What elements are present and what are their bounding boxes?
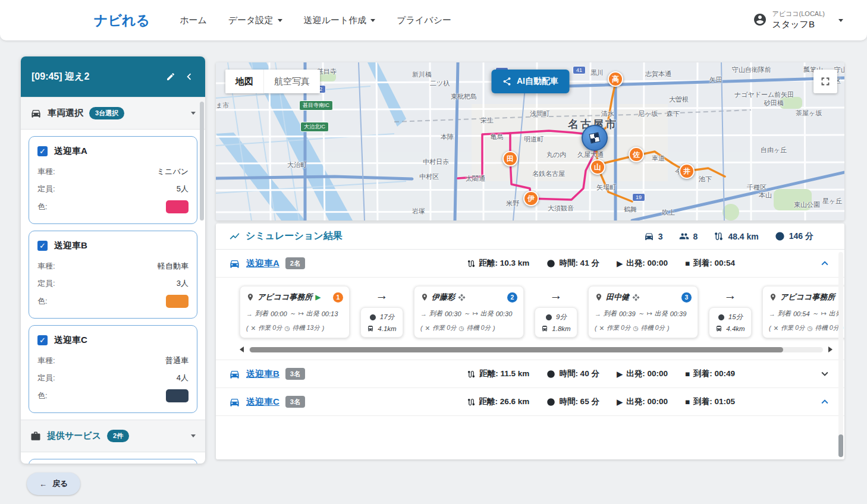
stop-order-badge: 3 [681,292,692,303]
vehicle-arrive: 到着: 01:05 [693,396,735,407]
tilde-separator: ～ [812,309,819,318]
clock-icon [718,314,725,321]
checkered-flag-icon [589,133,601,144]
main-content: ま市甚目寺甚目寺南IC大治北IC302224119新川橋二ツ杁東枇杷島西区黒川志… [216,56,844,459]
stat-duration-value: 146 分 [789,231,813,242]
map-type-map-button[interactable]: 地図 [225,70,263,93]
vehicle-checkbox[interactable]: ✓ [37,241,48,251]
nav-item-home[interactable]: ホーム [180,15,207,26]
vehicle-color-label: 色: [37,201,48,212]
vehicle-capacity-value: 4人 [177,373,189,383]
arrive-label: 到着 [429,309,442,318]
back-button[interactable]: ← 戻る [27,472,80,495]
map-stop-marker[interactable]: 佐 [629,147,644,162]
clock-icon [369,314,376,321]
arrive-icon: → [246,310,253,317]
expand-row-button[interactable] [818,367,831,380]
fullscreen-icon [819,75,832,88]
arrive-time: 00:00 [271,310,287,317]
stop-icon: ■ [685,370,690,379]
nav-item-label: プライバシー [397,15,451,26]
service-item-card[interactable]: 全日デイ [29,459,197,464]
scroll-right-button[interactable] [828,346,833,352]
ai-auto-dispatch-button[interactable]: AI自動配車 [491,70,569,93]
location-pin-icon [420,293,429,301]
arrive-time: 00:39 [619,310,636,317]
map-stop-marker[interactable]: 田 [502,151,518,166]
collapse-row-button[interactable] [818,395,831,408]
vehicle-type-label: 車種: [37,355,55,366]
collapse-sidebar-icon[interactable] [183,70,196,83]
sidebar-scrollbar-thumb[interactable] [200,102,204,220]
route-sidebar: [09:45] 迎え2 車両選択 3台選択 ✓ 送迎車A 車種:ミニバン 定員:… [21,56,205,464]
vehicle-section-header[interactable]: 車両選択 3台選択 [21,97,205,130]
edit-icon[interactable] [166,72,175,81]
wait-icon: ◷ [459,325,464,332]
bus-icon [367,325,374,332]
scrollbar-thumb[interactable] [838,434,843,457]
vehicle-card-b[interactable]: ✓ 送迎車B 車種:軽自動車 定員:3人 色: [29,231,197,319]
wait-icon: ◷ [285,325,290,332]
timeline-stop-card-1[interactable]: アビココ事務所 ▶ 1 → 到着 00:00 ～ ↦ 出発 00:13 [240,286,350,338]
map-canvas[interactable]: ま市甚目寺甚目寺南IC大治北IC302224119新川橋二ツ杁東枇杷島西区黒川志… [216,62,844,220]
vehicle-result-row-c[interactable]: 送迎車C 3名 距離: 26.6 km 時間: 65 分 ▶出発: 00:00 … [216,388,844,416]
map-stop-marker[interactable]: 井 [679,163,695,179]
chevron-down-icon[interactable] [191,112,196,115]
vehicle-checkbox[interactable]: ✓ [37,335,48,345]
nav-item-privacy[interactable]: プライバシー [397,15,451,26]
top-navbar: ナビれる ホーム データ設定 送迎ルート作成 プライバシー アビココ(LOCAL… [0,0,867,40]
map-destination-marker[interactable] [582,125,608,151]
map-stop-marker[interactable]: 山 [590,159,605,175]
nav-item-label: データ設定 [228,15,274,26]
vehicle-a-timeline: アビココ事務所 ▶ 1 → 到着 00:00 ～ ↦ 出発 00:13 [216,278,844,360]
map-stop-marker[interactable]: 伊 [523,191,539,206]
route-title: [09:45] 迎え2 [32,71,159,83]
vehicle-result-row-a[interactable]: 送迎車A 2名 距離: 10.3 km 時間: 41 分 ▶出発: 00:00 … [216,250,844,278]
work-icon: ✕ [251,325,256,332]
nav-item-route-create[interactable]: 送迎ルート作成 [304,15,376,26]
vehicle-result-name[interactable]: 送迎車A [246,258,279,269]
vehicle-result-row-b[interactable]: 送迎車B 3名 距離: 11.5 km 時間: 40 分 ▶出発: 00:00 … [216,360,844,388]
car-icon [644,231,654,241]
timeline-stop-card-3[interactable]: 田中健 3 → 到着 00:39 ～ ↦ 出発 00:39 [588,286,698,338]
vehicle-result-metrics: 距離: 11.5 km 時間: 40 分 ▶出発: 00:00 ■到着: 00:… [467,368,735,379]
results-vertical-scrollbar[interactable] [838,252,843,457]
tilde-separator: ～ [638,309,645,318]
service-section-label: 提供サービス [47,430,101,442]
vehicle-result-metrics: 距離: 10.3 km 時間: 41 分 ▶出発: 00:00 ■到着: 00:… [467,258,735,269]
passenger-count-badge: 3名 [285,368,305,380]
collapse-row-button[interactable] [818,257,831,270]
leg-arrow-icon: → [550,288,563,303]
vehicle-card-c[interactable]: ✓ 送迎車C 車種:普通車 定員:4人 色: [29,325,197,413]
app-logo[interactable]: ナビれる [94,11,150,30]
drag-move-icon[interactable] [458,294,466,301]
timeline-stop-card-4[interactable]: アビココ事務所 ■ → 到着 00:54 ～ ↦ 出発 [762,286,844,338]
scrollbar-track[interactable] [249,347,823,352]
fullscreen-button[interactable] [813,70,837,93]
stat-distance: 48.4 km [714,231,758,242]
vehicle-checkbox[interactable]: ✓ [37,146,48,156]
vehicle-result-name[interactable]: 送迎車C [246,396,279,408]
vehicle-result-name[interactable]: 送迎車B [246,368,279,380]
vehicle-depart: 出発: 00:00 [626,258,668,269]
map-stop-marker[interactable]: 高 [608,71,623,87]
nav-item-data-settings[interactable]: データ設定 [228,15,282,26]
chevron-down-icon[interactable] [191,434,196,437]
scroll-left-button[interactable] [240,346,244,352]
user-menu[interactable]: アビココ(LOCAL) スタッフB [753,10,843,30]
vehicle-result-metrics: 距離: 26.6 km 時間: 65 分 ▶出発: 00:00 ■到着: 01:… [467,396,735,407]
nav-item-label: 送迎ルート作成 [304,15,367,26]
vehicle-color-label: 色: [37,390,48,401]
arrive-label: 到着 [255,309,268,318]
depart-label: 出発 [306,309,319,318]
depart-icon: ↦ [473,310,478,317]
timeline-stop-card-2[interactable]: 伊藤彩 2 → 到着 00:30 ～ ↦ 出発 00:30 [414,286,524,338]
scrollbar-thumb[interactable] [250,347,783,352]
leg-duration: 9分 [556,313,567,322]
drag-move-icon[interactable] [632,294,640,301]
chevron-up-icon [818,395,831,408]
service-section-header[interactable]: 提供サービス 2件 [21,420,205,452]
map-type-aerial-button[interactable]: 航空写真 [263,70,320,93]
tilde-separator: ～ [464,309,470,318]
vehicle-card-a[interactable]: ✓ 送迎車A 車種:ミニバン 定員:5人 色: [29,136,197,224]
